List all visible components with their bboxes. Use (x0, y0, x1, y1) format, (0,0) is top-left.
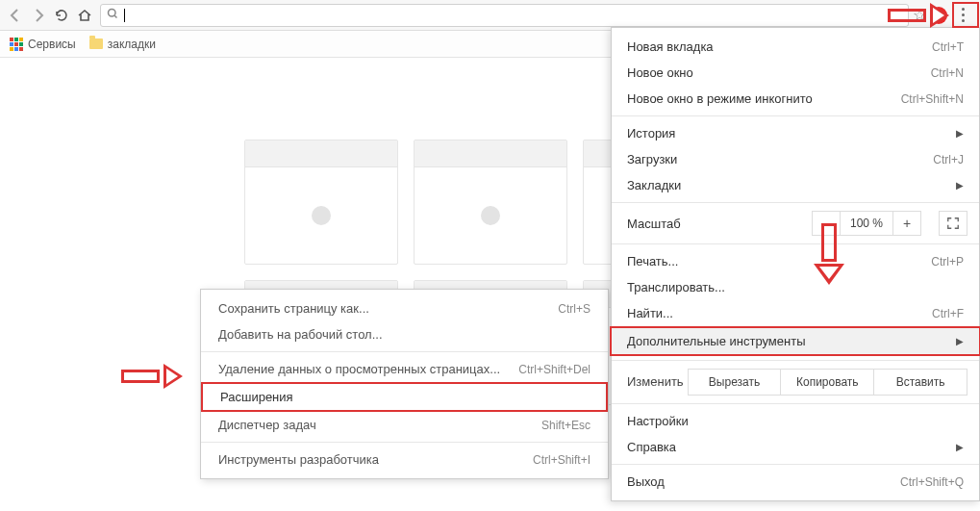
chevron-right-icon: ▶ (956, 180, 964, 191)
menu-item-edit: Изменить Вырезать Копировать Вставить (612, 365, 979, 399)
svg-point-0 (109, 10, 116, 17)
fullscreen-icon (946, 217, 960, 230)
fullscreen-button[interactable] (939, 211, 967, 236)
submenu-item-add-to-desktop[interactable]: Добавить на рабочий стол... (201, 321, 608, 347)
site-tile[interactable] (244, 140, 398, 265)
annotation-arrow-to-extensions (121, 364, 183, 389)
edit-copy-button[interactable]: Копировать (781, 370, 874, 395)
menu-item-bookmarks[interactable]: Закладки ▶ (612, 172, 979, 198)
more-tools-submenu: Сохранить страницу как... Ctrl+S Добавит… (200, 289, 609, 479)
annotation-box-menu-button (952, 2, 979, 28)
menu-item-history[interactable]: История ▶ (612, 120, 979, 146)
folder-icon (89, 38, 103, 49)
submenu-item-extensions[interactable]: Расширения (201, 382, 608, 412)
bookmark-folder[interactable]: закладки (89, 38, 156, 51)
search-icon (107, 8, 118, 22)
edit-paste-button[interactable]: Вставить (874, 370, 967, 395)
arrow-right-icon (31, 8, 46, 23)
menu-item-new-window[interactable]: Новое окно Ctrl+N (612, 60, 979, 86)
back-button[interactable] (4, 4, 27, 27)
apps-label: Сервисы (28, 38, 76, 51)
menu-item-downloads[interactable]: Загрузки Ctrl+J (612, 146, 979, 172)
submenu-item-clear-browsing-data[interactable]: Удаление данных о просмотренных страница… (201, 356, 608, 382)
menu-item-incognito[interactable]: Новое окно в режиме инкогнито Ctrl+Shift… (612, 86, 979, 112)
chevron-right-icon: ▶ (956, 336, 964, 346)
menu-item-settings[interactable]: Настройки (612, 408, 979, 434)
site-tile[interactable] (414, 140, 567, 265)
reload-button[interactable] (50, 4, 73, 27)
apps-shortcut[interactable]: Сервисы (10, 38, 76, 51)
address-bar[interactable] (100, 4, 909, 27)
forward-button[interactable] (27, 4, 50, 27)
submenu-item-task-manager[interactable]: Диспетчер задач Shift+Esc (201, 412, 608, 438)
main-menu: Новая вкладка Ctrl+T Новое окно Ctrl+N Н… (611, 27, 980, 501)
submenu-item-save-as[interactable]: Сохранить страницу как... Ctrl+S (201, 295, 608, 321)
bookmark-folder-label: закладки (108, 38, 156, 51)
menu-item-print[interactable]: Печать... Ctrl+P (612, 248, 979, 274)
menu-item-help[interactable]: Справка ▶ (612, 434, 979, 460)
submenu-item-dev-tools[interactable]: Инструменты разработчика Ctrl+Shift+I (201, 447, 608, 473)
menu-item-zoom: Масштаб – 100 % + (612, 207, 979, 240)
text-cursor (124, 9, 125, 22)
arrow-left-icon (8, 8, 23, 23)
menu-item-cast[interactable]: Транслировать... (612, 274, 979, 300)
annotation-arrow-to-more-tools (814, 223, 844, 285)
menu-item-exit[interactable]: Выход Ctrl+Shift+Q (612, 469, 979, 495)
menu-item-new-tab[interactable]: Новая вкладка Ctrl+T (612, 34, 979, 60)
annotation-arrow-to-menu (888, 3, 949, 28)
edit-cut-button[interactable]: Вырезать (689, 370, 782, 395)
chevron-right-icon: ▶ (956, 128, 964, 139)
apps-icon (10, 38, 23, 51)
zoom-value: 100 % (841, 211, 892, 236)
zoom-in-button[interactable]: + (892, 211, 921, 236)
reload-icon (54, 8, 69, 23)
menu-item-find[interactable]: Найти... Ctrl+F (612, 300, 979, 326)
chevron-right-icon: ▶ (956, 442, 964, 452)
home-button[interactable] (73, 4, 96, 27)
home-icon (77, 8, 92, 23)
menu-item-more-tools[interactable]: Дополнительные инструменты ▶ (612, 326, 979, 356)
